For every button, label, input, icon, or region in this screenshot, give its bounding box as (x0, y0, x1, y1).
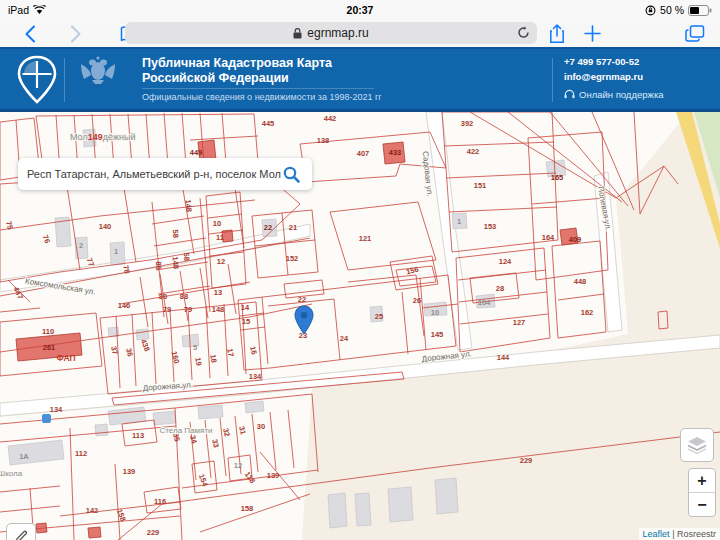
parcel-label: 142 (86, 506, 99, 515)
map-attribution: Leaflet | Rosreestr (639, 528, 720, 540)
provider-label: Rosreestr (677, 529, 716, 539)
parcel-label: 145 (431, 330, 444, 339)
parcel-label: 10 (213, 219, 221, 228)
zoom-control: + − (688, 468, 716, 517)
site-logo-pin-icon (16, 55, 58, 105)
poi-label: ФАП (56, 353, 75, 363)
parcel-label: 11 (216, 233, 224, 242)
orientation-lock-icon (645, 5, 656, 16)
edit-tool-button[interactable] (6, 523, 36, 540)
search-input[interactable]: Респ Татарстан, Альметьевский р-н, посел… (18, 158, 312, 190)
parcel-label: 104 (478, 298, 491, 307)
share-button[interactable] (549, 24, 565, 44)
header-divider-right (552, 58, 553, 102)
parcel-label: 80 (159, 292, 167, 301)
parcel-label: 139 (123, 467, 136, 476)
parcel-label: 18 (208, 354, 218, 364)
parcel-label: 1 (457, 217, 461, 226)
parcel-label: 148 (212, 305, 225, 314)
parcel-label: 127 (513, 318, 526, 327)
parcel-label: 124 (499, 257, 512, 266)
parcel-label: 422 (467, 147, 480, 156)
parcel-label: 1 (114, 247, 118, 256)
headset-icon (564, 89, 575, 100)
site-subtitle: Официальные сведения о недвижимости за 1… (142, 92, 382, 102)
parcel-label: 449 (190, 148, 203, 157)
parcel-label: 14 (241, 303, 250, 312)
poi-label: Школа (0, 469, 23, 478)
parcel-label: 407 (357, 149, 370, 158)
parcel-label: 140 (99, 222, 112, 231)
parcel-label: 110 (42, 327, 54, 336)
parcel-label: 15 (242, 317, 250, 326)
parcel-label: 261 (43, 343, 56, 352)
bus-stop-marker[interactable] (42, 414, 51, 423)
leaflet-link[interactable]: Leaflet (643, 529, 670, 539)
parcel-label: 121 (359, 234, 372, 243)
poi-label: Стела Памяти (159, 426, 212, 435)
address-bar[interactable]: egrnmap.ru (125, 22, 537, 44)
site-header: Сведения ЕГРН России Публичная Кадастров… (0, 47, 720, 112)
parcel-label: 10 (431, 308, 439, 317)
layers-icon (687, 436, 707, 454)
parcel-label: 13 (214, 288, 222, 297)
reload-button[interactable] (517, 26, 530, 42)
parcel-label: 22 (298, 295, 306, 304)
parcel-label: 17 (225, 348, 235, 358)
forward-button[interactable] (64, 25, 88, 43)
parcel-label: 79 (184, 305, 192, 314)
parcel-label: 113 (132, 431, 144, 440)
search-icon[interactable] (283, 166, 300, 183)
parcel-label: 229 (520, 456, 533, 465)
parcel-label: 448 (574, 277, 587, 286)
parcel-label: 148 (170, 256, 180, 269)
parcel-label: 134 (249, 372, 262, 381)
header-divider (64, 58, 65, 102)
parcel-label: 25 (375, 312, 383, 321)
parcel-label: 433 (389, 148, 402, 157)
search-value: Респ Татарстан, Альметьевский р-н, посел… (27, 168, 281, 180)
email-link[interactable]: info@egrnmap.ru (564, 71, 664, 82)
parcel-label: 144 (497, 353, 510, 362)
zoom-out-button[interactable]: − (689, 493, 715, 516)
parcel-label: 19 (193, 357, 203, 367)
clock: 20:37 (0, 4, 720, 16)
parcel-label: 88 (180, 292, 188, 301)
parcel-label: 58 (171, 229, 181, 238)
parcel-label: 392 (461, 119, 474, 128)
parcel-label: 148 (183, 199, 193, 212)
new-tab-button[interactable] (584, 25, 601, 42)
battery-icon (688, 5, 712, 16)
parcel-label: 79 (163, 305, 171, 314)
parcel-label: 229 (147, 528, 160, 537)
status-bar: iPad 20:37 50 % (0, 0, 720, 20)
tabs-button[interactable] (685, 25, 705, 42)
parcel-label: 2 (79, 241, 83, 250)
parcel-label: 26 (413, 296, 421, 305)
parcel-label: 30 (257, 422, 265, 431)
url-text: egrnmap.ru (307, 26, 368, 40)
parcel-label: 152 (286, 254, 299, 263)
parcel-label: 151 (474, 181, 487, 190)
parcel-label: 146 (118, 301, 131, 310)
pencil-icon (14, 530, 28, 540)
layers-button[interactable] (680, 428, 714, 462)
ipad-safari-screen: { "status_bar": {"device": "iPad", "time… (0, 0, 720, 540)
parcel-label: 28 (496, 284, 504, 293)
parcel-label: 153 (484, 222, 497, 231)
parcel-label: 1А (19, 452, 29, 461)
parcel-label: 5 (193, 343, 197, 352)
parcel-label: 165 (551, 173, 564, 182)
parcel-label: 22 (264, 223, 272, 232)
parcel-label: 409 (569, 235, 582, 244)
title-divider (142, 88, 374, 89)
online-support-link[interactable]: Онлайн поддержка (564, 89, 664, 100)
parcel-label: 12 (217, 257, 225, 266)
back-button[interactable] (18, 25, 42, 43)
parcel-label: 162 (581, 308, 594, 317)
zoom-in-button[interactable]: + (689, 469, 715, 493)
parcel-label: 134 (50, 405, 63, 414)
russia-emblem-icon (78, 55, 118, 85)
parcel-label: 58 (182, 252, 192, 261)
parcel-label: 158 (241, 504, 254, 513)
